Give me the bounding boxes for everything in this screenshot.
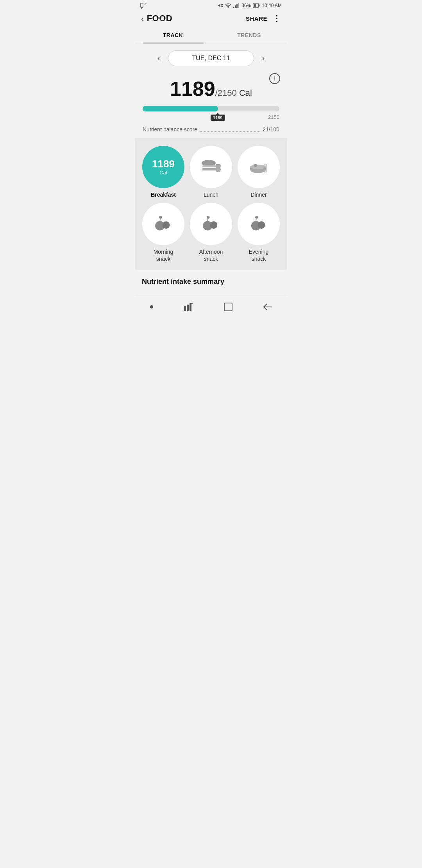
- svg-rect-10: [236, 4, 238, 8]
- svg-rect-37: [187, 305, 189, 311]
- bottom-nav: [135, 296, 287, 318]
- svg-rect-17: [202, 168, 216, 170]
- svg-point-27: [162, 221, 170, 229]
- svg-point-33: [257, 221, 265, 229]
- home-dot-icon: [150, 305, 153, 308]
- share-button[interactable]: SHARE: [246, 15, 267, 22]
- svg-point-23: [254, 164, 257, 167]
- afternoon-snack-icon: [201, 214, 221, 234]
- calorie-current: 1189: [170, 77, 215, 100]
- meal-item-morning-snack[interactable]: Morningsnack: [141, 203, 186, 262]
- tab-bar: TRACK TRENDS: [135, 27, 287, 43]
- svg-rect-13: [254, 4, 256, 7]
- morning-snack-label: Morningsnack: [154, 248, 173, 262]
- bottom-nav-stats[interactable]: [176, 301, 201, 312]
- meal-item-evening-snack[interactable]: Eveningsnack: [236, 203, 281, 262]
- progress-max: 2150: [268, 114, 279, 120]
- top-nav: ‹ FOOD SHARE ⋮: [135, 10, 287, 27]
- info-button[interactable]: i: [269, 73, 280, 84]
- nutrient-summary-title: Nutrient intake summary: [142, 278, 280, 286]
- svg-line-3: [144, 3, 147, 4]
- svg-point-15: [202, 160, 216, 166]
- meal-grid: 1189 Cal Breakfast: [141, 146, 281, 263]
- nutrient-score-value: 21/100: [263, 126, 279, 133]
- breakfast-cal-unit: Cal: [159, 170, 167, 176]
- svg-rect-39: [224, 303, 232, 311]
- bottom-nav-home[interactable]: [142, 304, 161, 310]
- meal-circle-afternoon-snack: [190, 203, 232, 245]
- nav-left[interactable]: ‹ FOOD: [141, 13, 172, 23]
- svg-point-34: [255, 216, 258, 219]
- dinner-icon: [249, 157, 269, 177]
- progress-track: 1189: [143, 106, 279, 111]
- wifi-icon: [225, 3, 231, 8]
- current-date[interactable]: TUE, DEC 11: [168, 50, 254, 66]
- status-left: [140, 2, 147, 9]
- tab-trends[interactable]: TRENDS: [211, 27, 287, 43]
- tab-track[interactable]: TRACK: [135, 27, 211, 43]
- back-arrow-icon: [263, 303, 272, 310]
- breakfast-cal: 1189: [152, 158, 175, 170]
- meal-grid-section: 1189 Cal Breakfast: [135, 138, 287, 270]
- lunch-label: Lunch: [204, 191, 218, 198]
- svg-rect-19: [216, 164, 220, 165]
- svg-rect-0: [141, 3, 143, 7]
- status-time: 10:40 AM: [262, 3, 282, 8]
- breakfast-label: Breakfast: [151, 191, 176, 198]
- bottom-nav-apps[interactable]: [216, 301, 240, 313]
- meal-circle-evening-snack: [238, 203, 280, 245]
- svg-point-35: [150, 305, 153, 308]
- calorie-display: 1189/2150 Cal: [143, 73, 279, 102]
- stats-icon: [184, 303, 193, 311]
- svg-rect-8: [233, 7, 234, 8]
- calorie-separator-goal: /2150: [215, 88, 237, 98]
- meal-circle-morning-snack: [142, 203, 184, 245]
- svg-rect-38: [190, 303, 191, 311]
- svg-rect-16: [202, 165, 216, 167]
- next-date-button[interactable]: ›: [258, 52, 268, 65]
- meal-circle-lunch: [190, 146, 232, 188]
- meal-item-lunch[interactable]: Lunch: [189, 146, 233, 198]
- svg-point-28: [159, 216, 162, 219]
- evening-snack-icon: [249, 214, 269, 234]
- svg-point-31: [207, 216, 210, 219]
- bottom-nav-back[interactable]: [256, 302, 280, 312]
- calorie-progress-container: 1189 2150: [143, 106, 279, 111]
- nutrient-score-label: Nutrient balance score: [143, 126, 197, 133]
- progress-label: 1189: [211, 115, 225, 121]
- afternoon-snack-label: Afternoonsnack: [199, 248, 223, 262]
- svg-rect-14: [259, 5, 260, 7]
- svg-rect-11: [238, 3, 239, 8]
- meal-item-breakfast[interactable]: 1189 Cal Breakfast: [141, 146, 186, 198]
- lunch-icon: [201, 157, 221, 177]
- morning-snack-icon: [153, 214, 173, 234]
- calorie-unit: Cal: [237, 88, 252, 98]
- meal-item-afternoon-snack[interactable]: Afternoonsnack: [189, 203, 233, 262]
- app-icon: [140, 2, 147, 9]
- dinner-label: Dinner: [250, 191, 266, 198]
- svg-rect-9: [235, 5, 236, 8]
- battery-percent: 36%: [241, 3, 251, 8]
- svg-marker-4: [218, 4, 220, 7]
- nutrient-summary-section: Nutrient intake summary: [135, 270, 287, 292]
- signal-icon: [233, 3, 240, 8]
- prev-date-button[interactable]: ‹: [154, 52, 164, 65]
- progress-fill: 1189: [143, 106, 218, 111]
- date-navigation: ‹ TUE, DEC 11 ›: [135, 43, 287, 70]
- nav-right: SHARE ⋮: [246, 14, 281, 23]
- calorie-section: i 1189/2150 Cal 1189 2150 Nutrient balan…: [135, 70, 287, 138]
- dotted-line: [200, 126, 260, 132]
- meal-circle-breakfast: 1189 Cal: [142, 146, 184, 188]
- meal-item-dinner[interactable]: Dinner: [236, 146, 281, 198]
- evening-snack-label: Eveningsnack: [249, 248, 269, 262]
- back-button[interactable]: ‹: [141, 14, 144, 23]
- status-bar: 36% 10:40 AM: [135, 0, 287, 10]
- mute-icon: [218, 3, 223, 8]
- more-menu-button[interactable]: ⋮: [273, 14, 281, 23]
- nutrient-score: Nutrient balance score 21/100: [143, 126, 279, 133]
- svg-point-22: [250, 165, 266, 169]
- svg-point-7: [228, 7, 229, 8]
- svg-rect-36: [184, 306, 186, 311]
- status-right: 36% 10:40 AM: [218, 3, 282, 8]
- battery-icon: [253, 3, 260, 8]
